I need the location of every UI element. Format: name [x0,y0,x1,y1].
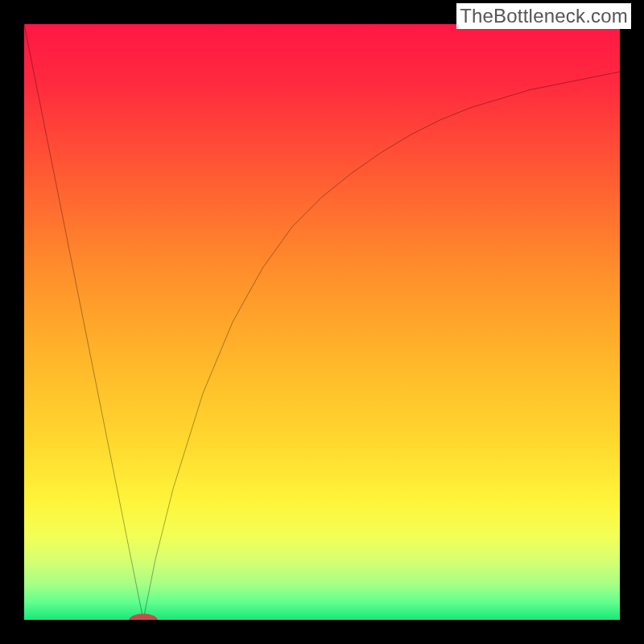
min-marker [129,614,158,620]
watermark-text: TheBottleneck.com [456,3,631,29]
plot-area [24,24,620,620]
chart-frame: TheBottleneck.com [0,0,644,644]
curve-layer [24,24,620,620]
bottleneck-curve [24,24,620,620]
